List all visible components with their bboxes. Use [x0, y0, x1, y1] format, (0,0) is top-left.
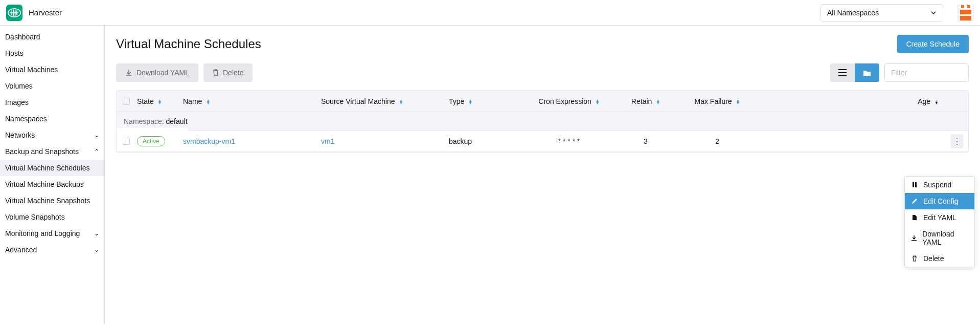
sort-icon: ▲▼	[468, 99, 472, 104]
kebab-icon: ⋮	[953, 137, 961, 146]
action-suspend[interactable]: Suspend	[905, 177, 974, 193]
schedule-name-link[interactable]: svmbackup-vm1	[183, 137, 235, 145]
view-toggle-folder[interactable]	[855, 63, 879, 82]
sidebar-item-vm-schedules[interactable]: Virtual Machine Schedules	[0, 160, 104, 176]
namespace-selector[interactable]: All Namespaces	[821, 4, 943, 21]
sidebar-item-virtual-machines[interactable]: Virtual Machines	[0, 61, 104, 78]
sidebar-item-label: Volume Snapshots	[5, 213, 65, 221]
download-icon	[125, 69, 132, 76]
download-yaml-button[interactable]: Download YAML	[116, 63, 198, 82]
button-label: Download YAML	[136, 69, 189, 77]
row-actions-button[interactable]: ⋮	[951, 134, 963, 148]
sidebar-item-namespaces[interactable]: Namespaces	[0, 111, 104, 127]
select-all-checkbox[interactable]	[123, 98, 130, 105]
sidebar-group-backup-snapshots[interactable]: Backup and Snapshots ⌃	[0, 143, 104, 160]
col-label: State	[137, 97, 154, 105]
sort-icon: ▲▼	[206, 99, 210, 104]
maxfail-value: 2	[715, 137, 719, 145]
col-label: Max Failure	[695, 97, 732, 105]
col-header-state[interactable]: State ▲▼	[137, 97, 183, 105]
namespace-selector-value: All Namespaces	[827, 9, 879, 17]
sidebar-item-vm-snapshots[interactable]: Virtual Machine Snapshots	[0, 192, 104, 209]
sidebar-item-label: Virtual Machine Schedules	[5, 164, 90, 172]
menu-item-label: Delete	[923, 254, 944, 263]
folder-icon	[863, 69, 871, 76]
namespace-group-row: Namespace: default	[117, 112, 968, 131]
action-download-yaml[interactable]: Download YAML	[905, 226, 974, 250]
col-header-source[interactable]: Source Virtual Machine ▲▼	[321, 97, 449, 105]
col-label: Cron Expression	[538, 97, 591, 105]
sort-icon: ▲▼	[596, 99, 600, 104]
col-header-maxfail[interactable]: Max Failure ▲▼	[679, 97, 756, 105]
sidebar-item-label: Images	[5, 98, 29, 106]
schedules-table: State ▲▼ Name ▲▼ Source Virtual Machine …	[116, 90, 969, 153]
col-header-type[interactable]: Type ▲▼	[449, 97, 526, 105]
source-vm-link[interactable]: vm1	[321, 137, 334, 145]
sort-icon: ▲▼	[656, 99, 660, 104]
chevron-down-icon: ⌄	[94, 246, 99, 253]
col-label: Retain	[631, 97, 652, 105]
view-toggle	[830, 63, 879, 82]
pencil-icon	[911, 198, 918, 204]
sidebar-item-volume-snapshots[interactable]: Volume Snapshots	[0, 209, 104, 225]
namespace-label: Namespace:	[124, 117, 164, 125]
sidebar-item-label: Virtual Machines	[5, 66, 58, 74]
sidebar-item-label: Volumes	[5, 82, 33, 90]
chevron-up-icon: ⌃	[94, 148, 99, 155]
sidebar-group-label: Networks	[5, 131, 35, 139]
chevron-down-icon: ⌄	[94, 132, 99, 139]
table-header: State ▲▼ Name ▲▼ Source Virtual Machine …	[117, 91, 968, 112]
filter-input[interactable]	[884, 63, 969, 82]
chevron-down-icon: ⌄	[94, 230, 99, 237]
button-label: Delete	[223, 69, 243, 77]
namespace-value: default	[166, 117, 187, 125]
sidebar-group-advanced[interactable]: Advanced ⌄	[0, 242, 104, 258]
top-header: Harvester All Namespaces	[0, 0, 980, 26]
sidebar-item-dashboard[interactable]: Dashboard	[0, 29, 104, 45]
retain-value: 3	[644, 137, 648, 145]
sidebar-item-label: Virtual Machine Snapshots	[5, 197, 90, 205]
sidebar-item-volumes[interactable]: Volumes	[0, 78, 104, 94]
sidebar-item-vm-backups[interactable]: Virtual Machine Backups	[0, 176, 104, 192]
delete-button[interactable]: Delete	[203, 63, 253, 82]
sidebar-item-label: Virtual Machine Backups	[5, 180, 84, 188]
chevron-down-icon	[930, 10, 937, 16]
sidebar-group-networks[interactable]: Networks ⌄	[0, 127, 104, 143]
sidebar-group-label: Monitoring and Logging	[5, 229, 80, 237]
sidebar-item-label: Hosts	[5, 49, 24, 57]
create-schedule-button[interactable]: Create Schedule	[897, 35, 969, 53]
status-badge: Active	[137, 136, 165, 146]
svg-rect-6	[913, 182, 914, 187]
main-content: Virtual Machine Schedules Create Schedul…	[105, 26, 980, 324]
sidebar-item-images[interactable]: Images	[0, 94, 104, 111]
col-label: Name	[183, 97, 202, 105]
sort-icon: ▲▼	[935, 99, 939, 104]
action-delete[interactable]: Delete	[905, 250, 974, 267]
sidebar-item-hosts[interactable]: Hosts	[0, 45, 104, 61]
brand-logo	[6, 5, 22, 21]
action-edit-config[interactable]: Edit Config	[905, 193, 974, 209]
view-toggle-list[interactable]	[830, 63, 855, 82]
list-icon	[838, 69, 847, 76]
col-header-retain[interactable]: Retain ▲▼	[612, 97, 679, 105]
col-header-cron[interactable]: Cron Expression ▲▼	[526, 97, 612, 105]
col-header-name[interactable]: Name ▲▼	[183, 97, 321, 105]
download-icon	[911, 235, 917, 241]
trash-icon	[213, 69, 219, 76]
sidebar-group-label: Advanced	[5, 246, 37, 254]
svg-rect-7	[915, 182, 917, 187]
app-launcher-icon[interactable]	[958, 5, 974, 21]
table-row: Active svmbackup-vm1 vm1 backup * * * * …	[117, 131, 968, 152]
wheat-icon	[8, 6, 21, 19]
col-header-age[interactable]: Age ▲▼	[756, 97, 962, 105]
sidebar-group-monitoring-logging[interactable]: Monitoring and Logging ⌄	[0, 225, 104, 242]
row-checkbox[interactable]	[123, 138, 130, 145]
file-icon	[911, 214, 918, 221]
menu-item-label: Edit Config	[923, 197, 958, 205]
sidebar: Dashboard Hosts Virtual Machines Volumes…	[0, 26, 105, 324]
pause-icon	[911, 182, 918, 188]
row-action-menu: Suspend Edit Config Edit YAML Download Y…	[904, 176, 975, 267]
menu-item-label: Download YAML	[922, 230, 968, 246]
action-edit-yaml[interactable]: Edit YAML	[905, 209, 974, 226]
trash-icon	[911, 255, 918, 262]
